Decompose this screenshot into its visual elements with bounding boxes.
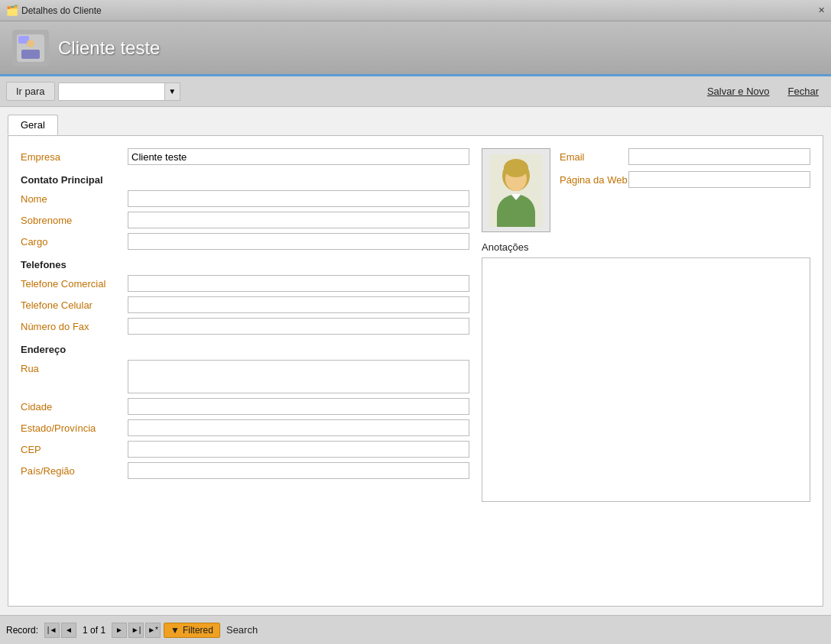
pagina-web-input[interactable]: [628, 171, 810, 188]
rua-label: Rua: [21, 360, 128, 374]
cargo-row: Cargo: [21, 233, 469, 250]
next-record-button[interactable]: ►: [112, 623, 127, 638]
goto-button[interactable]: Ir para: [6, 82, 55, 101]
empresa-input[interactable]: [128, 148, 469, 165]
numero-fax-label: Número do Fax: [21, 321, 128, 332]
record-nav: |◄ ◄ 1 of 1 ► ►| ►*: [44, 623, 161, 638]
endereco-header: Endereço: [21, 344, 469, 355]
cep-row: CEP: [21, 441, 469, 458]
telefone-comercial-label: Telefone Comercial: [21, 278, 128, 290]
title-icon: 🗂️: [6, 5, 18, 16]
rua-row: Rua: [21, 360, 469, 393]
pais-regiao-label: País/Região: [21, 465, 128, 477]
svg-rect-3: [21, 50, 40, 59]
toolbar: Ir para ▼ Salvar e Novo Fechar: [0, 76, 831, 107]
new-record-button[interactable]: ►*: [145, 623, 161, 638]
cidade-row: Cidade: [21, 398, 469, 415]
telefone-celular-row: Telefone Celular: [21, 296, 469, 313]
save-new-button[interactable]: Salvar e Novo: [701, 83, 776, 100]
last-record-button[interactable]: ►|: [128, 623, 144, 638]
header-icon: [12, 30, 49, 66]
email-input[interactable]: [628, 148, 810, 165]
avatar-email-row: Email Página da Web: [482, 148, 810, 232]
header-band: Cliente teste: [0, 21, 831, 76]
filter-icon: ▼: [170, 625, 180, 636]
email-row: Email: [560, 148, 810, 165]
sobrenome-input[interactable]: [128, 212, 469, 228]
svg-point-7: [504, 159, 528, 177]
avatar: [482, 148, 550, 232]
status-bar: Record: |◄ ◄ 1 of 1 ► ►| ►* ▼ Filtered S…: [0, 615, 831, 644]
empresa-label: Empresa: [21, 151, 128, 163]
title-bar-text: Detalhes do Cliente: [21, 5, 102, 16]
telefone-comercial-row: Telefone Comercial: [21, 275, 469, 292]
contato-principal-header: Contato Principal: [21, 174, 469, 186]
search-label: Search: [226, 624, 258, 636]
pagina-web-label: Página da Web: [560, 174, 628, 186]
estado-provincia-input[interactable]: [128, 419, 469, 436]
goto-input[interactable]: [58, 83, 165, 101]
main-content: Geral Empresa Contato Principal Nome Sob…: [0, 107, 831, 615]
email-web-block: Email Página da Web: [560, 148, 810, 232]
goto-dropdown: ▼: [58, 83, 180, 101]
pais-regiao-row: País/Região: [21, 462, 469, 479]
cargo-label: Cargo: [21, 236, 128, 248]
filtered-label: Filtered: [183, 625, 213, 636]
form-right: Email Página da Web Anotações: [482, 148, 810, 594]
cidade-input[interactable]: [128, 398, 469, 415]
numero-fax-row: Número do Fax: [21, 318, 469, 335]
svg-point-2: [27, 40, 34, 47]
anotacoes-label: Anotações: [482, 241, 810, 253]
filtered-button[interactable]: ▼ Filtered: [164, 623, 220, 638]
telefone-celular-input[interactable]: [128, 296, 469, 313]
form-left: Empresa Contato Principal Nome Sobrenome…: [21, 148, 469, 594]
title-bar: 🗂️ Detalhes do Cliente ✕: [0, 0, 831, 21]
form-panel: Empresa Contato Principal Nome Sobrenome…: [8, 135, 823, 607]
cep-input[interactable]: [128, 441, 469, 458]
estado-provincia-label: Estado/Província: [21, 422, 128, 434]
anotacoes-textarea[interactable]: [482, 257, 810, 502]
prev-record-button[interactable]: ◄: [61, 623, 76, 638]
numero-fax-input[interactable]: [128, 318, 469, 335]
estado-provincia-row: Estado/Província: [21, 419, 469, 436]
nome-label: Nome: [21, 193, 128, 205]
dropdown-arrow-icon[interactable]: ▼: [165, 83, 180, 101]
sobrenome-label: Sobrenome: [21, 215, 128, 226]
header-title: Cliente teste: [58, 37, 160, 59]
cep-label: CEP: [21, 444, 128, 455]
telefone-comercial-input[interactable]: [128, 275, 469, 292]
close-button[interactable]: Fechar: [782, 83, 825, 100]
pais-regiao-input[interactable]: [128, 462, 469, 479]
nome-input[interactable]: [128, 190, 469, 207]
tab-bar: Geral: [8, 115, 823, 135]
record-label: Record:: [6, 625, 38, 636]
sobrenome-row: Sobrenome: [21, 212, 469, 228]
cidade-label: Cidade: [21, 401, 128, 413]
email-label: Email: [560, 151, 628, 163]
rua-input[interactable]: [128, 360, 469, 393]
empresa-row: Empresa: [21, 148, 469, 165]
nome-row: Nome: [21, 190, 469, 207]
first-record-button[interactable]: |◄: [44, 623, 60, 638]
telefone-celular-label: Telefone Celular: [21, 299, 128, 311]
close-icon[interactable]: ✕: [818, 5, 825, 15]
telefones-header: Telefones: [21, 259, 469, 270]
cargo-input[interactable]: [128, 233, 469, 250]
tab-geral[interactable]: Geral: [8, 115, 58, 135]
pagina-web-row: Página da Web: [560, 171, 810, 188]
record-count: 1 of 1: [83, 625, 105, 636]
